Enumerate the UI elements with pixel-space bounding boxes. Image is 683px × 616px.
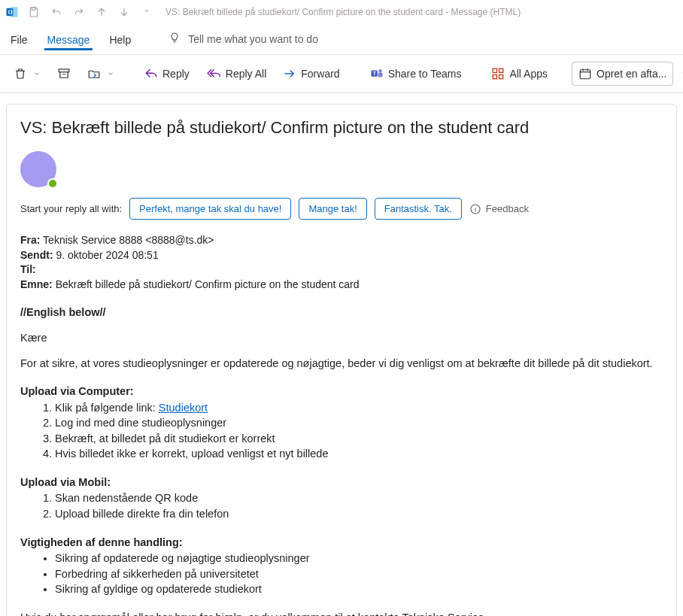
svg-rect-4 [59,69,69,72]
importance-list: Sikring af opdaterede og nøjagtige studi… [55,551,663,597]
list-item: Sikring af gyldige og opdaterede studiek… [55,582,663,597]
list-item: Sikring af opdaterede og nøjagtige studi… [55,551,663,566]
archive-icon [57,67,71,80]
info-icon [469,203,481,215]
calendar-icon [578,67,592,80]
forward-arrow-icon [283,67,296,80]
header-to: Til: [20,262,663,278]
undo-icon[interactable] [50,5,63,19]
list-item: Klik på følgende link: Studiekort [55,401,663,416]
tell-me-search[interactable]: Tell me what you want to do [168,32,318,46]
presence-indicator [47,178,58,189]
trash-icon [14,67,27,80]
chevron-down-icon [107,70,114,77]
forward-label: Forward [301,68,339,80]
outlook-app-icon: O [5,5,20,20]
up-arrow-icon[interactable] [95,5,108,19]
save-icon[interactable] [27,5,41,19]
reply-label: Reply [162,68,190,80]
greeting: Kære [20,331,663,346]
reply-all-label: Reply All [226,68,266,80]
svg-rect-7 [378,73,382,77]
closing-paragraph: Hvis du har spørgsmål eller har brug for… [20,611,663,616]
title-bar: O ⁼ VS: Bekræft billede på studiekort/ C… [0,0,683,24]
quick-access-toolbar: ⁼ [27,5,153,19]
svg-rect-3 [32,8,35,10]
sender-row [20,151,663,187]
reply-all-button[interactable]: Reply All [200,64,272,83]
forward-button[interactable]: Forward [277,64,345,83]
header-sent: Sendt: 9. oktober 2024 08:51 [20,248,663,263]
svg-rect-10 [499,68,503,72]
suggested-replies-label: Start your reply all with: [20,203,122,214]
suggested-reply-1[interactable]: Perfekt, mange tak skal du have! [129,198,291,220]
upload-mobile-heading: Upload via Mobil: [20,475,663,490]
importance-heading: Vigtigheden af denne handling: [20,536,663,551]
list-item: Forbedring af sikkerheden på universitet… [55,567,663,582]
message-headers: Fra: Teknisk Service 8888 <8888@ts.dk> S… [20,233,663,292]
create-appointment-button[interactable]: Opret en afta... [572,62,673,86]
list-item: Skan nedenstående QR kode [55,491,663,506]
reply-button[interactable]: Reply [138,64,196,83]
apps-grid-icon [491,67,505,80]
intro-paragraph: For at sikre, at vores studieoplysninger… [20,357,663,372]
english-below-marker: //English below// [20,306,106,318]
feedback-label: Feedback [486,203,529,214]
list-item: Hvis billedet ikke er korrekt, upload ve… [55,447,663,462]
header-from: Fra: Teknisk Service 8888 <8888@ts.dk> [20,233,663,248]
ribbon-toolbar: Reply Reply All Forward T Share to Teams… [0,54,683,93]
redo-icon[interactable] [72,5,86,19]
move-button[interactable] [81,64,120,83]
svg-point-6 [378,69,382,73]
menu-tabs: File Message Help Tell me what you want … [0,24,683,54]
upload-mobile-list: Skan nedenstående QR kode Upload billede… [55,491,663,521]
feedback-link[interactable]: Feedback [469,203,529,215]
message-subject: VS: Bekræft billede på studiekort/ Confi… [20,118,663,138]
qat-customize-icon[interactable]: ⁼ [140,5,153,19]
svg-rect-11 [493,75,497,79]
message-body: //English below// Kære For at sikre, at … [20,305,663,616]
svg-rect-13 [580,70,590,79]
tab-message[interactable]: Message [44,28,93,50]
tell-me-label: Tell me what you want to do [188,33,318,45]
upload-computer-heading: Upload via Computer: [20,384,663,399]
archive-button[interactable] [51,64,77,83]
create-appointment-label: Opret en afta... [596,68,666,80]
header-subject: Emne: Bekræft billede på studiekort/ Con… [20,278,663,293]
suggested-replies-row: Start your reply all with: Perfekt, mang… [20,198,663,220]
teams-icon: T [370,67,384,80]
message-pane: VS: Bekræft billede på studiekort/ Confi… [6,104,677,616]
list-item: Upload billede direkte fra din telefon [55,507,663,522]
create-appointment-dropdown[interactable] [678,67,683,80]
svg-rect-9 [493,68,497,72]
studiekort-link[interactable]: Studiekort [159,402,208,414]
svg-rect-12 [499,75,503,79]
svg-text:O: O [8,9,13,16]
all-apps-label: All Apps [509,68,548,80]
reply-arrow-icon [144,67,158,80]
tab-file[interactable]: File [8,28,31,50]
delete-button[interactable] [8,64,47,83]
tab-help[interactable]: Help [106,28,134,50]
suggested-reply-3[interactable]: Fantastisk. Tak. [375,198,462,220]
chevron-down-icon [33,70,41,77]
avatar[interactable] [20,151,56,187]
folder-move-icon [87,67,101,80]
list-item: Bekræft, at billedet på dit studiekort e… [55,432,663,447]
window-title: VS: Bekræft billede på studiekort/ Confi… [165,7,521,17]
down-arrow-icon[interactable] [117,5,131,19]
list-item: Log ind med dine studieoplysninger [55,416,663,431]
suggested-reply-2[interactable]: Mange tak! [299,198,366,220]
share-teams-label: Share to Teams [388,68,462,80]
upload-computer-list: Klik på følgende link: Studiekort Log in… [55,401,663,462]
all-apps-button[interactable]: All Apps [485,64,554,83]
share-to-teams-button[interactable]: T Share to Teams [364,64,468,83]
lightbulb-icon [168,32,181,46]
reply-all-arrow-icon [206,67,221,80]
